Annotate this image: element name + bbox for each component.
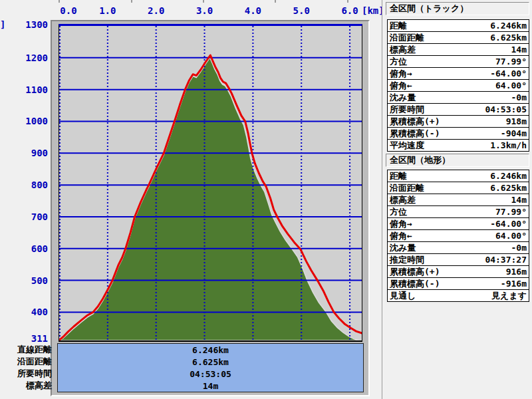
table-row: 累積標高(+)918m bbox=[388, 116, 529, 128]
summary-value: 04:53:05 bbox=[58, 368, 363, 380]
stat-label: 沈み量 bbox=[388, 92, 466, 104]
table-row: 沿面距離6.625km bbox=[388, 32, 529, 44]
table-row: 沈み量-0m bbox=[388, 242, 529, 254]
stat-value: 64.00° bbox=[465, 80, 529, 92]
stat-value: 918m bbox=[465, 116, 529, 128]
table-row: 俯角←64.00° bbox=[388, 80, 529, 92]
table-row: 標高差14m bbox=[388, 194, 529, 206]
x-axis-label: 3.0 bbox=[190, 5, 219, 16]
table-row: 見通し見えます bbox=[388, 290, 529, 302]
table-row: 俯角→-64.00° bbox=[388, 68, 529, 80]
elevation-plot[interactable] bbox=[59, 24, 362, 342]
stats-table: 距離6.246km沿面距離6.625km標高差14m方位77.99°俯角→-64… bbox=[387, 170, 529, 302]
stat-value: -0m bbox=[465, 92, 529, 104]
x-axis-label: 2.0 bbox=[142, 5, 171, 16]
x-axis-label: 4.0 bbox=[238, 5, 267, 16]
stat-value: -64.00° bbox=[465, 218, 529, 230]
stat-label: 平均速度 bbox=[388, 140, 466, 152]
stat-label: 距離 bbox=[388, 20, 466, 32]
table-row: 所要時間04:53:05 bbox=[388, 104, 529, 116]
x-axis-label: 6.0 bbox=[335, 5, 364, 16]
stat-label: 俯角→ bbox=[388, 218, 466, 230]
stat-value: 6.625km bbox=[465, 182, 529, 194]
section-header: 全区間（地形） bbox=[386, 154, 529, 167]
stat-value: 04:53:05 bbox=[465, 104, 529, 116]
ruler-tick bbox=[59, 0, 60, 3]
y-axis-label: 1200 bbox=[13, 53, 48, 63]
table-row: 平均速度1.3km/h bbox=[388, 140, 529, 152]
table-row: 推定時間04:37:27 bbox=[388, 254, 529, 266]
stats-panel: 全区間（トラック）距離6.246km沿面距離6.625km標高差14m方位77.… bbox=[384, 0, 532, 399]
summary-label: 所要時間 bbox=[0, 368, 52, 380]
stat-value: 見えます bbox=[465, 290, 529, 302]
table-row: 方位77.99° bbox=[388, 206, 529, 218]
y-unit-clipped-label: ] bbox=[0, 19, 5, 30]
stat-label: 推定時間 bbox=[388, 254, 466, 266]
table-row: 距離6.246km bbox=[388, 20, 529, 32]
stat-value: 77.99° bbox=[465, 56, 529, 68]
stat-label: 方位 bbox=[388, 206, 466, 218]
table-row: 標高差14m bbox=[388, 44, 529, 56]
y-axis-label: 500 bbox=[13, 275, 48, 286]
stat-value: 14m bbox=[465, 194, 529, 206]
ruler-tick bbox=[131, 0, 132, 3]
stat-value: 04:37:27 bbox=[465, 254, 529, 266]
stat-label: 距離 bbox=[388, 170, 466, 182]
section-header: 全区間（トラック） bbox=[386, 2, 529, 15]
x-axis-unit-label: [km] bbox=[362, 5, 384, 16]
stat-label: 方位 bbox=[388, 56, 466, 68]
elevation-profile-window: ] 0.01.02.03.04.05.06.0 [km] 13001200110… bbox=[0, 0, 532, 399]
summary-value: 6.625km bbox=[58, 356, 363, 368]
stat-value: 916m bbox=[465, 266, 529, 278]
table-row: 沈み量-0m bbox=[388, 92, 529, 104]
y-axis-label: 600 bbox=[13, 243, 48, 254]
summary-label: 沿面距離 bbox=[0, 356, 52, 368]
y-axis-label: 1000 bbox=[13, 116, 48, 126]
table-row: 沿面距離6.625km bbox=[388, 182, 529, 194]
stat-value: 1.3km/h bbox=[465, 140, 529, 152]
stat-value: 6.246km bbox=[465, 170, 529, 182]
y-axis-label: 1100 bbox=[13, 84, 48, 95]
x-axis-label: 1.0 bbox=[93, 5, 122, 16]
stat-label: 所要時間 bbox=[388, 104, 466, 116]
x-axis-label: 0.0 bbox=[54, 5, 83, 16]
summary-label: 直線距離 bbox=[0, 344, 52, 356]
y-axis-label: 1300 bbox=[13, 19, 48, 30]
stat-label: 俯角→ bbox=[388, 68, 466, 80]
summary-info-box: 6.246km6.625km04:53:0514m bbox=[57, 343, 364, 392]
ruler-tick bbox=[347, 0, 348, 3]
elevation-profile-svg bbox=[59, 26, 362, 340]
summary-value: 14m bbox=[58, 380, 363, 392]
y-axis-label: 900 bbox=[13, 148, 48, 158]
stat-label: 俯角← bbox=[388, 80, 466, 92]
table-row: 累積標高(-)-904m bbox=[388, 128, 529, 140]
stat-value: 6.246km bbox=[465, 20, 529, 32]
stat-value: -916m bbox=[465, 278, 529, 290]
stat-label: 俯角← bbox=[388, 230, 466, 242]
stat-label: 累積標高(+) bbox=[388, 116, 466, 128]
stats-table: 距離6.246km沿面距離6.625km標高差14m方位77.99°俯角→-64… bbox=[387, 19, 529, 152]
stat-label: 累積標高(+) bbox=[388, 266, 466, 278]
stat-label: 沿面距離 bbox=[388, 32, 466, 44]
ruler-tick bbox=[275, 0, 276, 3]
stat-label: 沿面距離 bbox=[388, 182, 466, 194]
table-row: 俯角→-64.00° bbox=[388, 218, 529, 230]
stat-label: 見通し bbox=[388, 290, 466, 302]
stat-value: 6.625km bbox=[465, 32, 529, 44]
stat-value: 14m bbox=[465, 44, 529, 56]
ruler-tick bbox=[203, 0, 204, 3]
stat-value: -64.00° bbox=[465, 68, 529, 80]
stat-label: 累積標高(-) bbox=[388, 128, 466, 140]
y-axis-label: 400 bbox=[13, 307, 48, 317]
y-axis-label: 700 bbox=[13, 211, 48, 222]
stat-label: 沈み量 bbox=[388, 242, 466, 254]
x-axis-label: 5.0 bbox=[287, 5, 316, 16]
stat-value: -0m bbox=[465, 242, 529, 254]
summary-value: 6.246km bbox=[58, 344, 363, 356]
table-row: 方位77.99° bbox=[388, 56, 529, 68]
stat-label: 累積標高(-) bbox=[388, 278, 466, 290]
stat-label: 標高差 bbox=[388, 194, 466, 206]
summary-label: 標高差 bbox=[0, 380, 52, 392]
stat-value: 64.00° bbox=[465, 230, 529, 242]
table-row: 累積標高(-)-916m bbox=[388, 278, 529, 290]
